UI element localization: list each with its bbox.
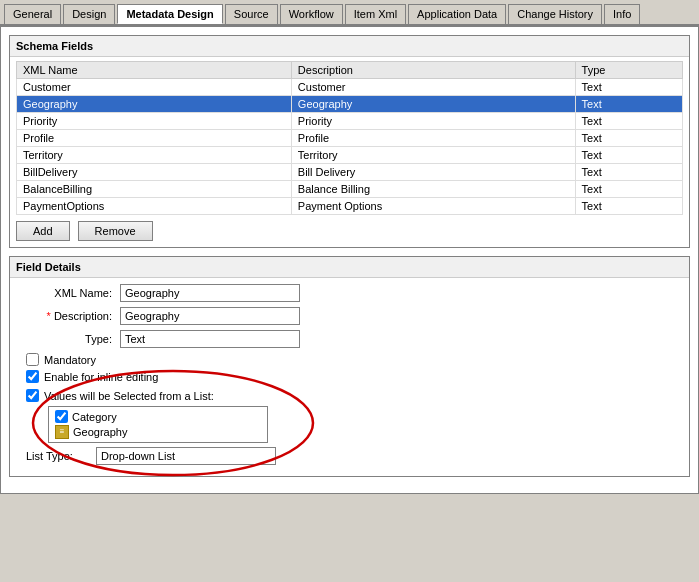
type-row: Type: [20, 330, 679, 348]
table-row[interactable]: ProfileProfileText [17, 130, 683, 147]
list-type-input[interactable] [96, 447, 276, 465]
field-details-title: Field Details [10, 257, 689, 278]
tab-info[interactable]: Info [604, 4, 640, 24]
table-row[interactable]: PriorityPriorityText [17, 113, 683, 130]
geography-icon: ≡ [55, 425, 69, 439]
description-label: Description: [20, 310, 120, 322]
xml-name-row: XML Name: [20, 284, 679, 302]
field-details-panel: Field Details XML Name: Description: Typ… [9, 256, 690, 477]
values-from-list-label: Values will be Selected from a List: [44, 390, 214, 402]
field-details-content: XML Name: Description: Type: Mandatory [10, 278, 689, 476]
xml-name-input[interactable] [120, 284, 300, 302]
list-type-row: List Type: [26, 447, 679, 465]
schema-fields-panel: Schema Fields XML Name Description Type … [9, 35, 690, 248]
table-row[interactable]: PaymentOptionsPayment OptionsText [17, 198, 683, 215]
values-from-list-checkbox[interactable] [26, 389, 39, 402]
mandatory-row: Mandatory [20, 353, 679, 366]
enable-inline-row: Enable for inline editing [20, 370, 679, 383]
enable-inline-checkbox[interactable] [26, 370, 39, 383]
tab-general[interactable]: General [4, 4, 61, 24]
enable-inline-label: Enable for inline editing [44, 371, 158, 383]
tab-source[interactable]: Source [225, 4, 278, 24]
type-input[interactable] [120, 330, 300, 348]
tab-workflow[interactable]: Workflow [280, 4, 343, 24]
mandatory-checkbox[interactable] [26, 353, 39, 366]
col-description: Description [291, 62, 575, 79]
type-label: Type: [20, 333, 120, 345]
main-content: Schema Fields XML Name Description Type … [0, 26, 699, 494]
list-items-box: Category ≡ Geography [48, 406, 268, 443]
description-row: Description: [20, 307, 679, 325]
schema-table: XML Name Description Type CustomerCustom… [16, 61, 683, 215]
table-row[interactable]: BalanceBillingBalance BillingText [17, 181, 683, 198]
category-checkbox[interactable] [55, 410, 68, 423]
category-label: Category [72, 411, 117, 423]
col-type: Type [575, 62, 682, 79]
remove-button[interactable]: Remove [78, 221, 153, 241]
tab-application-data[interactable]: Application Data [408, 4, 506, 24]
tab-bar: General Design Metadata Design Source Wo… [0, 0, 699, 26]
xml-name-label: XML Name: [20, 287, 120, 299]
description-input[interactable] [120, 307, 300, 325]
col-xml-name: XML Name [17, 62, 292, 79]
tab-design[interactable]: Design [63, 4, 115, 24]
schema-fields-title: Schema Fields [10, 36, 689, 57]
values-from-list-section: Values will be Selected from a List: Cat… [20, 389, 679, 465]
list-item-category: Category [53, 409, 263, 424]
tab-change-history[interactable]: Change History [508, 4, 602, 24]
values-from-list-row: Values will be Selected from a List: [26, 389, 679, 402]
table-row[interactable]: GeographyGeographyText [17, 96, 683, 113]
geography-list-label: Geography [73, 426, 127, 438]
tab-item-xml[interactable]: Item Xml [345, 4, 406, 24]
mandatory-label: Mandatory [44, 354, 96, 366]
schema-button-row: Add Remove [10, 215, 689, 247]
table-row[interactable]: BillDeliveryBill DeliveryText [17, 164, 683, 181]
table-row[interactable]: CustomerCustomerText [17, 79, 683, 96]
list-item-geography: ≡ Geography [53, 424, 263, 440]
add-button[interactable]: Add [16, 221, 70, 241]
list-type-label: List Type: [26, 450, 96, 462]
table-row[interactable]: TerritoryTerritoryText [17, 147, 683, 164]
tab-metadata-design[interactable]: Metadata Design [117, 4, 222, 24]
